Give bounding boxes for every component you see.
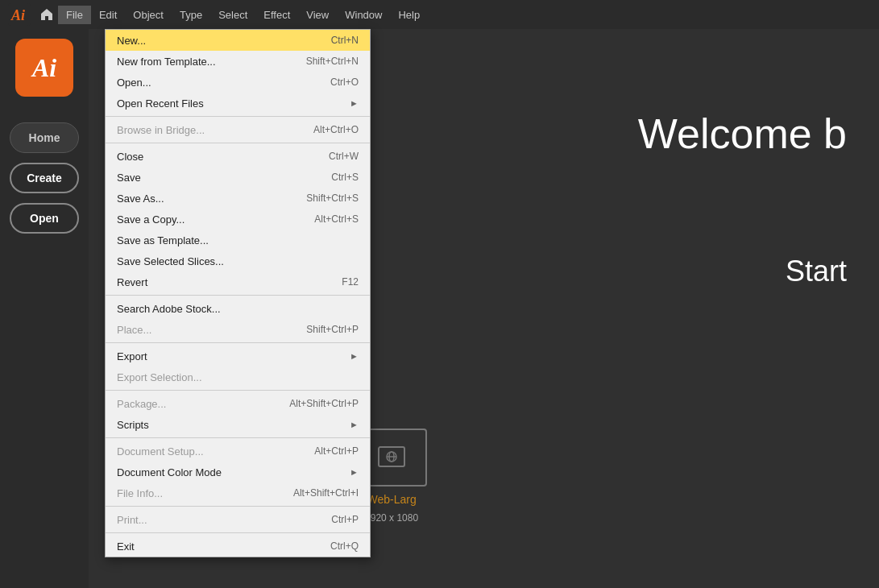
- menu-item-document-color-mode-arrow: ►: [350, 467, 359, 477]
- welcome-text: Welcome b: [638, 110, 879, 158]
- menu-item-browse-bridge-label: Browse in Bridge...: [117, 124, 297, 136]
- menu-edit[interactable]: Edit: [91, 6, 125, 24]
- menu-item-revert-shortcut: F12: [342, 276, 359, 288]
- create-button[interactable]: Create: [10, 163, 79, 193]
- menu-item-save-as-shortcut: Shift+Ctrl+S: [306, 193, 359, 204]
- menu-item-open-recent-label: Open Recent Files: [117, 97, 350, 110]
- home-button[interactable]: Home: [10, 122, 79, 153]
- menu-item-save-label: Save: [117, 172, 315, 184]
- open-button[interactable]: Open: [10, 203, 79, 234]
- menu-item-new-from-template-shortcut: Shift+Ctrl+N: [306, 56, 359, 67]
- menu-item-new[interactable]: New... Ctrl+N: [106, 30, 370, 51]
- menu-item-scripts-label: Scripts: [117, 419, 350, 431]
- menu-item-export-selection[interactable]: Export Selection...: [106, 366, 370, 387]
- menu-object[interactable]: Object: [125, 6, 172, 24]
- menu-item-open[interactable]: Open... Ctrl+O: [106, 72, 370, 93]
- template-web-large-size: 1920 x 1080: [365, 512, 418, 524]
- menu-item-save-slices[interactable]: Save Selected Slices...: [106, 251, 370, 271]
- svg-text:Ai: Ai: [10, 7, 25, 23]
- menu-help[interactable]: Help: [390, 6, 428, 24]
- menu-item-print[interactable]: Print... Ctrl+P: [106, 509, 370, 530]
- separator-7: [106, 506, 370, 507]
- menu-item-scripts-arrow: ►: [350, 420, 359, 429]
- menu-item-print-shortcut: Ctrl+P: [331, 514, 359, 525]
- menu-item-revert[interactable]: Revert F12: [106, 271, 370, 292]
- menu-item-save-as-label: Save As...: [117, 193, 290, 205]
- menu-item-place-label: Place...: [117, 324, 290, 336]
- menu-item-new-shortcut: Ctrl+N: [331, 35, 359, 46]
- app-logo: Ai: [15, 39, 73, 97]
- menu-item-file-info-label: File Info...: [117, 487, 277, 499]
- menu-item-export-selection-label: Export Selection...: [117, 371, 359, 383]
- menu-select[interactable]: Select: [210, 6, 255, 24]
- menu-item-file-info-shortcut: Alt+Shift+Ctrl+I: [293, 487, 359, 499]
- menu-item-exit-label: Exit: [117, 540, 314, 553]
- menu-item-close-shortcut: Ctrl+W: [329, 151, 359, 162]
- menu-item-browse-bridge[interactable]: Browse in Bridge... Alt+Ctrl+O: [106, 119, 370, 140]
- menu-item-scripts[interactable]: Scripts ►: [106, 414, 370, 435]
- menu-item-new-from-template-label: New from Template...: [117, 56, 290, 68]
- app-logo-small: Ai: [6, 3, 32, 26]
- menu-item-revert-label: Revert: [117, 276, 325, 288]
- menu-item-save-as[interactable]: Save As... Shift+Ctrl+S: [106, 188, 370, 209]
- menu-item-open-recent[interactable]: Open Recent Files ►: [106, 93, 370, 114]
- menu-item-package-label: Package...: [117, 398, 273, 410]
- menu-type[interactable]: Type: [172, 6, 210, 24]
- separator-2: [106, 143, 370, 143]
- menu-item-close-label: Close: [117, 151, 313, 163]
- separator-1: [106, 116, 370, 117]
- menu-item-document-color-mode-label: Document Color Mode: [117, 466, 350, 478]
- menu-item-package-shortcut: Alt+Shift+Ctrl+P: [289, 398, 359, 409]
- menu-item-save-copy[interactable]: Save a Copy... Alt+Ctrl+S: [106, 209, 370, 230]
- menu-item-save[interactable]: Save Ctrl+S: [106, 167, 370, 188]
- start-text: Start: [786, 255, 879, 288]
- menu-item-export-label: Export: [117, 350, 350, 362]
- menu-item-document-setup-shortcut: Alt+Ctrl+P: [314, 445, 359, 457]
- menu-item-file-info[interactable]: File Info... Alt+Shift+Ctrl+I: [106, 482, 370, 503]
- home-icon[interactable]: [39, 6, 55, 23]
- menu-item-document-color-mode[interactable]: Document Color Mode ►: [106, 462, 370, 482]
- menu-item-close[interactable]: Close Ctrl+W: [106, 146, 370, 167]
- menu-item-save-template-label: Save as Template...: [117, 234, 359, 246]
- menu-item-search-stock[interactable]: Search Adobe Stock...: [106, 298, 370, 319]
- separator-6: [106, 437, 370, 438]
- menu-item-new-label: New...: [117, 35, 315, 47]
- menu-view[interactable]: View: [298, 6, 337, 24]
- menu-item-save-template[interactable]: Save as Template...: [106, 230, 370, 251]
- menu-item-open-recent-arrow: ►: [350, 98, 359, 108]
- menu-item-search-stock-label: Search Adobe Stock...: [117, 303, 359, 315]
- separator-3: [106, 295, 370, 296]
- separator-4: [106, 342, 370, 343]
- menu-effect[interactable]: Effect: [255, 6, 298, 24]
- menu-item-exit[interactable]: Exit Ctrl+Q: [106, 536, 370, 557]
- separator-5: [106, 390, 370, 391]
- menu-item-place[interactable]: Place... Shift+Ctrl+P: [106, 319, 370, 340]
- menu-window[interactable]: Window: [337, 6, 390, 24]
- menu-item-save-shortcut: Ctrl+S: [331, 172, 359, 183]
- menu-bar: Ai File Edit Object Type Select Effect V…: [0, 0, 879, 29]
- menu-item-save-slices-label: Save Selected Slices...: [117, 255, 359, 267]
- menu-item-exit-shortcut: Ctrl+Q: [330, 540, 359, 552]
- template-web-large-name: Web-Larg: [367, 493, 417, 506]
- sidebar: Ai Home Create Open: [0, 29, 89, 588]
- menu-file[interactable]: File: [58, 6, 91, 24]
- menu-item-package[interactable]: Package... Alt+Shift+Ctrl+P: [106, 393, 370, 414]
- separator-8: [106, 532, 370, 533]
- file-dropdown[interactable]: New... Ctrl+N New from Template... Shift…: [105, 29, 371, 557]
- menu-item-export[interactable]: Export ►: [106, 346, 370, 366]
- app-logo-text: Ai: [32, 53, 56, 83]
- menu-item-place-shortcut: Shift+Ctrl+P: [306, 324, 359, 335]
- menu-item-browse-bridge-shortcut: Alt+Ctrl+O: [313, 124, 359, 135]
- menu-bar-items: File Edit Object Type Select Effect View…: [58, 6, 428, 24]
- menu-item-print-label: Print...: [117, 514, 315, 526]
- menu-item-save-copy-label: Save a Copy...: [117, 213, 298, 226]
- menu-item-export-arrow: ►: [350, 351, 359, 361]
- menu-item-open-shortcut: Ctrl+O: [330, 77, 359, 88]
- menu-item-document-setup[interactable]: Document Setup... Alt+Ctrl+P: [106, 441, 370, 462]
- menu-item-save-copy-shortcut: Alt+Ctrl+S: [314, 213, 359, 225]
- menu-item-new-from-template[interactable]: New from Template... Shift+Ctrl+N: [106, 51, 370, 72]
- menu-item-open-label: Open...: [117, 77, 314, 89]
- menu-item-document-setup-label: Document Setup...: [117, 445, 298, 458]
